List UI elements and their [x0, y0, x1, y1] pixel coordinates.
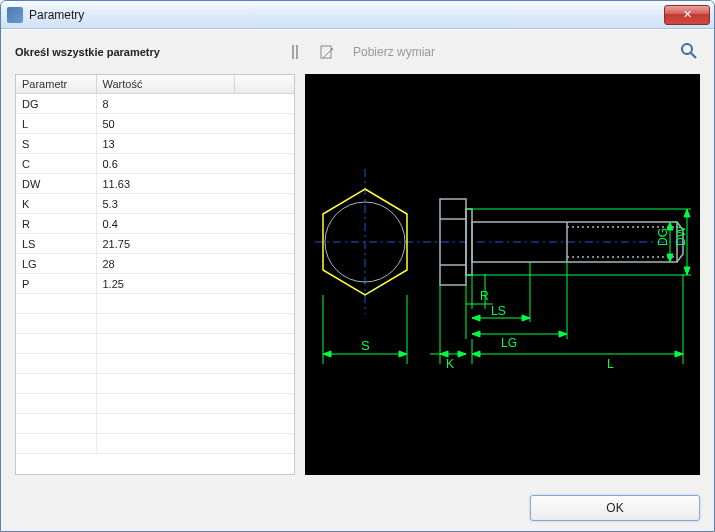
- cell-empty[interactable]: [234, 294, 294, 314]
- table-row[interactable]: [16, 314, 294, 334]
- cell-empty[interactable]: [234, 214, 294, 234]
- table-row[interactable]: R0.4: [16, 214, 294, 234]
- footer: OK: [1, 485, 714, 531]
- table-row[interactable]: [16, 374, 294, 394]
- dim-label-s: S: [361, 338, 370, 353]
- table-row[interactable]: L50: [16, 114, 294, 134]
- cell-param[interactable]: [16, 394, 96, 414]
- svg-marker-24: [684, 267, 690, 275]
- dim-label-l: L: [607, 357, 614, 371]
- cell-empty[interactable]: [234, 314, 294, 334]
- cell-param[interactable]: LG: [16, 254, 96, 274]
- align-tool-icon[interactable]: [285, 40, 309, 64]
- cell-empty[interactable]: [234, 114, 294, 134]
- cell-empty[interactable]: [234, 94, 294, 114]
- cell-value[interactable]: 1.25: [96, 274, 234, 294]
- cell-param[interactable]: S: [16, 134, 96, 154]
- cell-empty[interactable]: [234, 374, 294, 394]
- parameter-table: Parametr Wartość DG8L50S13C0.6DW11.63K5.…: [15, 74, 295, 475]
- svg-marker-29: [667, 254, 673, 262]
- cell-empty[interactable]: [234, 334, 294, 354]
- cell-empty[interactable]: [234, 354, 294, 374]
- app-icon: [7, 7, 23, 23]
- table-row[interactable]: [16, 334, 294, 354]
- dim-label-ls: LS: [491, 304, 506, 318]
- cell-empty[interactable]: [234, 154, 294, 174]
- cell-param[interactable]: [16, 434, 96, 454]
- titlebar: Parametry ✕: [1, 1, 714, 29]
- cell-value[interactable]: 50: [96, 114, 234, 134]
- cell-empty[interactable]: [234, 234, 294, 254]
- table-row[interactable]: [16, 434, 294, 454]
- cell-value[interactable]: [96, 334, 234, 354]
- table-row[interactable]: DW11.63: [16, 174, 294, 194]
- cell-value[interactable]: 0.4: [96, 214, 234, 234]
- dim-label-dw: DW: [674, 225, 688, 246]
- col-header-empty[interactable]: [234, 75, 294, 94]
- cell-empty[interactable]: [234, 174, 294, 194]
- cell-value[interactable]: [96, 434, 234, 454]
- cell-value[interactable]: 8: [96, 94, 234, 114]
- close-button[interactable]: ✕: [664, 5, 710, 25]
- dim-label-dg: DG: [656, 228, 670, 246]
- cell-param[interactable]: LS: [16, 234, 96, 254]
- cell-empty[interactable]: [234, 194, 294, 214]
- cell-param[interactable]: [16, 334, 96, 354]
- table-row[interactable]: LG28: [16, 254, 294, 274]
- cell-param[interactable]: [16, 374, 96, 394]
- search-icon[interactable]: [680, 42, 700, 62]
- toolbar: Określ wszystkie parametry Pobierz wymia…: [1, 30, 714, 74]
- cell-value[interactable]: 0.6: [96, 154, 234, 174]
- cell-param[interactable]: [16, 294, 96, 314]
- cell-value[interactable]: [96, 354, 234, 374]
- col-header-param[interactable]: Parametr: [16, 75, 96, 94]
- cell-value[interactable]: [96, 414, 234, 434]
- dim-label-k: K: [446, 357, 454, 371]
- cell-param[interactable]: K: [16, 194, 96, 214]
- table-row[interactable]: P1.25: [16, 274, 294, 294]
- drawing-viewport[interactable]: S: [305, 74, 700, 475]
- table-row[interactable]: S13: [16, 134, 294, 154]
- cell-value[interactable]: [96, 294, 234, 314]
- cell-param[interactable]: L: [16, 114, 96, 134]
- cell-value[interactable]: [96, 394, 234, 414]
- cell-value[interactable]: 11.63: [96, 174, 234, 194]
- cell-value[interactable]: 13: [96, 134, 234, 154]
- ok-button[interactable]: OK: [530, 495, 700, 521]
- cell-empty[interactable]: [234, 414, 294, 434]
- cell-empty[interactable]: [234, 394, 294, 414]
- table-row[interactable]: [16, 414, 294, 434]
- table-row[interactable]: C0.6: [16, 154, 294, 174]
- cell-param[interactable]: R: [16, 214, 96, 234]
- cell-param[interactable]: DG: [16, 94, 96, 114]
- cell-value[interactable]: 5.3: [96, 194, 234, 214]
- table-row[interactable]: LS21.75: [16, 234, 294, 254]
- svg-marker-50: [675, 351, 683, 357]
- cell-param[interactable]: DW: [16, 174, 96, 194]
- cell-param[interactable]: [16, 414, 96, 434]
- cell-param[interactable]: [16, 354, 96, 374]
- instruction-label: Określ wszystkie parametry: [15, 46, 285, 58]
- cell-empty[interactable]: [234, 274, 294, 294]
- cell-param[interactable]: [16, 314, 96, 334]
- col-header-value[interactable]: Wartość: [96, 75, 234, 94]
- svg-point-1: [331, 48, 333, 50]
- cell-value[interactable]: [96, 314, 234, 334]
- window-title: Parametry: [29, 8, 664, 22]
- table-row[interactable]: DG8: [16, 94, 294, 114]
- cell-empty[interactable]: [234, 134, 294, 154]
- svg-marker-34: [458, 351, 466, 357]
- cell-value[interactable]: [96, 374, 234, 394]
- table-row[interactable]: [16, 354, 294, 374]
- cell-empty[interactable]: [234, 254, 294, 274]
- svg-marker-11: [399, 351, 407, 357]
- cell-param[interactable]: C: [16, 154, 96, 174]
- sheet-tool-icon[interactable]: [315, 40, 339, 64]
- table-row[interactable]: K5.3: [16, 194, 294, 214]
- table-row[interactable]: [16, 394, 294, 414]
- cell-param[interactable]: P: [16, 274, 96, 294]
- cell-value[interactable]: 28: [96, 254, 234, 274]
- table-row[interactable]: [16, 294, 294, 314]
- cell-value[interactable]: 21.75: [96, 234, 234, 254]
- cell-empty[interactable]: [234, 434, 294, 454]
